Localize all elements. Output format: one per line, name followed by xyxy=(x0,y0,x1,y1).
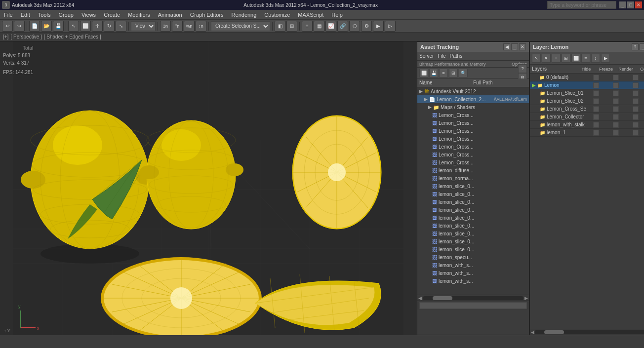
freeze-checkbox[interactable] xyxy=(613,98,619,104)
search-input[interactable] xyxy=(547,1,616,9)
menu-modifiers[interactable]: Modifiers xyxy=(126,12,152,18)
layer-item-default[interactable]: 📁 0 (default) xyxy=(530,74,644,81)
layer-h-scrollbar[interactable]: ◀ ▶ xyxy=(530,329,644,335)
list-item[interactable]: 🖼lemon_slice_0... xyxy=(417,245,529,253)
asset-prev-button[interactable]: ◀ xyxy=(503,43,510,50)
layer-help-btn[interactable]: ? xyxy=(632,43,639,50)
layer-hide-cell[interactable] xyxy=(586,130,606,136)
list-item[interactable]: 🖼Lemon_Cross... xyxy=(417,135,529,143)
list-item[interactable]: 🖼lemon_slice_0... xyxy=(417,190,529,198)
freeze-checkbox[interactable] xyxy=(613,90,619,96)
asset-tool-1[interactable]: ⬜ xyxy=(419,69,428,77)
minimize-button[interactable]: _ xyxy=(619,1,626,8)
viewport[interactable]: Total Polys: 5 888 Verts: 4 317 FPS: 144… xyxy=(0,41,417,335)
menu-animation[interactable]: Animation xyxy=(156,12,184,18)
list-item[interactable]: 🖼Lemon_Cross... xyxy=(417,111,529,119)
layer-render-cell[interactable] xyxy=(626,114,644,120)
vp-view-label[interactable]: [ Perspective ] xyxy=(10,34,41,39)
hide-checkbox[interactable] xyxy=(593,106,599,112)
render-checkbox[interactable] xyxy=(633,130,639,136)
asset-tool-3[interactable]: ≡ xyxy=(439,69,448,77)
layer-tool-select[interactable]: ↖ xyxy=(532,54,541,63)
close-button[interactable]: ✕ xyxy=(635,1,642,8)
open-button[interactable]: 📂 xyxy=(41,21,52,32)
freeze-checkbox[interactable] xyxy=(613,114,619,120)
list-item[interactable]: 🖼Lemon_Cross... xyxy=(417,119,529,127)
list-item[interactable]: 🖼lemon_with_s... xyxy=(417,277,529,285)
layer-scrollbar-track[interactable] xyxy=(534,330,644,334)
freeze-checkbox[interactable] xyxy=(613,122,619,128)
scale-button[interactable]: ⤡ xyxy=(116,21,126,32)
layer-freeze-cell[interactable] xyxy=(606,106,626,112)
layer-button[interactable]: ≡ xyxy=(302,21,313,32)
layer-tool-del[interactable]: ✕ xyxy=(542,54,551,63)
layer-item-cross[interactable]: 📁 Lemon_Cross_Se xyxy=(530,105,644,113)
list-item[interactable]: ▶ 📄 Lemon_Collection_2... \\ALENA\3d\Lem xyxy=(417,95,529,103)
rotate-button[interactable]: ↻ xyxy=(104,21,115,32)
list-item[interactable]: 🖼lemon_norma... xyxy=(417,174,529,182)
list-item[interactable]: 🖼lemon_slice_0... xyxy=(417,214,529,222)
layer-tool-add[interactable]: + xyxy=(552,54,561,63)
bitmap-perf-label[interactable]: Bitmap Performance and Memory xyxy=(419,62,486,67)
vp-bracket-label[interactable]: [+] xyxy=(3,34,8,39)
freeze-checkbox[interactable] xyxy=(613,75,619,80)
layer-hide-cell[interactable] xyxy=(586,90,606,96)
save-button[interactable]: 💾 xyxy=(53,21,64,32)
list-item[interactable]: 🖼lemon_slice_0... xyxy=(417,222,529,230)
layer-item-slice02[interactable]: 📁 Lemon_Slice_02 xyxy=(530,97,644,105)
snap-toggle[interactable]: 3n xyxy=(160,21,171,32)
layer-item-with-stalk[interactable]: 📁 lemon_with_stalk xyxy=(530,121,644,129)
layer-tool-6[interactable]: ≡ xyxy=(581,54,590,63)
layer-render-cell[interactable] xyxy=(626,98,644,104)
layer-freeze-cell[interactable] xyxy=(606,122,626,128)
create-selection-dropdown[interactable]: Create Selection S... xyxy=(211,21,270,31)
list-item[interactable]: 🖼Lemon_Cross... xyxy=(417,151,529,158)
hide-checkbox[interactable] xyxy=(593,130,599,136)
scroll-right-btn[interactable]: ▶ xyxy=(524,296,528,301)
layer-render-cell[interactable] xyxy=(626,82,644,88)
list-item[interactable]: 🖼Lemon_Cross... xyxy=(417,127,529,135)
asset-help-btn[interactable]: ? xyxy=(518,64,527,73)
layer-freeze-cell[interactable] xyxy=(606,114,626,120)
render-checkbox[interactable] xyxy=(633,90,639,96)
render-checkbox[interactable] xyxy=(633,75,639,80)
material-editor[interactable]: ⬡ xyxy=(349,21,360,32)
render-last[interactable]: ▷ xyxy=(385,21,396,32)
hide-checkbox[interactable] xyxy=(593,122,599,128)
asset-tool-4[interactable]: ⊞ xyxy=(449,69,458,77)
freeze-checkbox[interactable] xyxy=(613,82,619,88)
list-item[interactable]: 🖼lemon_with_s... xyxy=(417,261,529,269)
menu-edit[interactable]: Edit xyxy=(19,12,32,18)
redo-button[interactable]: ↪ xyxy=(14,21,25,32)
layer-hide-cell[interactable] xyxy=(586,114,606,120)
layer-tool-copy[interactable]: ⊞ xyxy=(562,54,570,63)
asset-tool-2[interactable]: 💾 xyxy=(429,69,438,77)
layer-minimize-btn[interactable]: _ xyxy=(640,43,644,50)
layer-render-cell[interactable] xyxy=(626,90,644,96)
list-item[interactable]: 🖼lemon_slice_0... xyxy=(417,230,529,237)
list-item[interactable]: ▶ 🏛 Autodesk Vault 2012 xyxy=(417,87,529,95)
layer-item-lemon[interactable]: ▶ 📁 Lemon xyxy=(530,81,644,89)
layer-freeze-cell[interactable] xyxy=(606,82,626,88)
hide-checkbox[interactable] xyxy=(593,90,599,96)
menu-tools[interactable]: Tools xyxy=(36,12,53,18)
list-item[interactable]: 🖼Lemon_Cross... xyxy=(417,143,529,151)
layer-list[interactable]: 📁 0 (default) ▶ 📁 Lemon xyxy=(530,74,644,137)
render-checkbox[interactable] xyxy=(633,106,639,112)
list-item[interactable]: 🖼lemon_slice_0... xyxy=(417,182,529,190)
list-item[interactable]: 🖼Lemon_Cross... xyxy=(417,158,529,166)
hide-checkbox[interactable] xyxy=(593,98,599,104)
menu-rendering[interactable]: Rendering xyxy=(230,12,259,18)
layer-item-lemon1[interactable]: 📁 lemon_1 xyxy=(530,129,644,137)
list-item[interactable]: 🖼lemon_specu... xyxy=(417,253,529,261)
move-button[interactable]: ✛ xyxy=(92,21,103,32)
menu-group[interactable]: Group xyxy=(56,12,76,18)
list-item[interactable]: ▶ 📁 Maps / Shaders xyxy=(417,103,529,111)
asset-menu-server[interactable]: Server xyxy=(419,53,434,59)
freeze-checkbox[interactable] xyxy=(613,130,619,136)
render-checkbox[interactable] xyxy=(633,122,639,128)
list-item[interactable]: 🖼lemon_diffuse... xyxy=(417,166,529,174)
layer-hide-cell[interactable] xyxy=(586,75,606,80)
layer-freeze-cell[interactable] xyxy=(606,75,626,80)
scrollbar-thumb[interactable] xyxy=(433,296,452,300)
